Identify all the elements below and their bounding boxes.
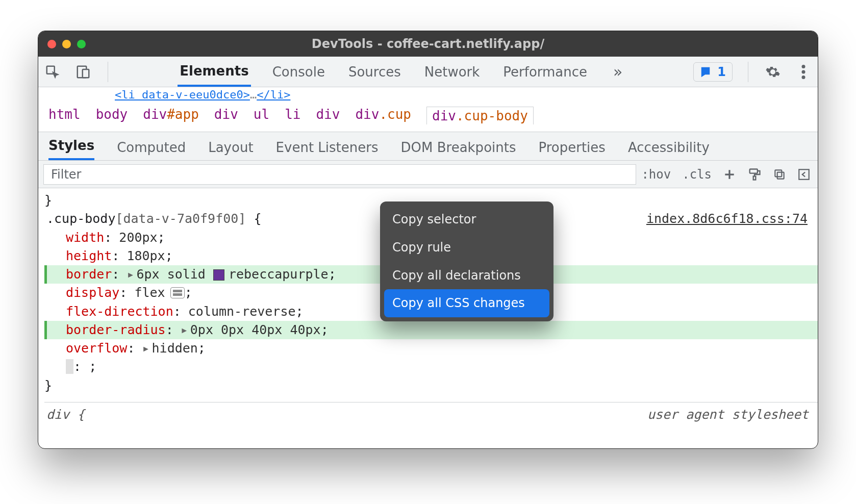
decl-value[interactable]: ▸0px 0px 40px 40px	[181, 321, 321, 339]
kebab-menu-icon[interactable]	[794, 63, 813, 81]
tab-console[interactable]: Console	[270, 57, 327, 87]
ua-selector[interactable]: div {	[46, 406, 85, 424]
crumb-html[interactable]: html	[48, 107, 81, 124]
close-window-button[interactable]	[47, 40, 56, 48]
crumb-div[interactable]: div	[214, 107, 238, 124]
svg-rect-8	[777, 172, 784, 179]
svg-rect-7	[753, 176, 756, 180]
issues-count: 1	[717, 65, 726, 79]
crumb-app[interactable]: div#app	[143, 107, 199, 124]
svg-rect-2	[83, 69, 89, 78]
decl-prop[interactable]: display	[66, 284, 119, 302]
color-swatch[interactable]	[213, 269, 224, 281]
filter-actions: :hov .cls	[641, 167, 811, 182]
ua-label: user agent stylesheet	[647, 406, 809, 424]
svg-rect-9	[775, 170, 782, 177]
rule-close-brace: }	[44, 376, 818, 395]
window-title: DevTools - coffee-cart.netlify.app/	[38, 37, 818, 51]
ctx-copy-all-css-changes[interactable]: Copy all CSS changes	[384, 289, 549, 317]
svg-point-5	[802, 75, 805, 79]
rule-source-link[interactable]: index.8d6c6f18.css:74	[646, 210, 808, 228]
subtab-event-listeners[interactable]: Event Listeners	[276, 135, 379, 160]
dom-snippet: <li data-v-eeu0dce0> … </li>	[38, 87, 818, 102]
subtab-dom-breakpoints[interactable]: DOM Breakpoints	[401, 135, 516, 160]
breadcrumb: html body div#app div ul li div div.cup …	[38, 102, 818, 132]
computed-toggle-icon[interactable]	[797, 168, 811, 181]
tab-sources[interactable]: Sources	[346, 57, 403, 87]
declaration-row[interactable]: overflow:▸hidden;	[66, 339, 818, 358]
rule-attr-selector[interactable]: [data-v-7a0f9f00]	[115, 211, 246, 226]
decl-value[interactable]: flex	[134, 284, 165, 302]
subtab-computed[interactable]: Computed	[117, 135, 186, 160]
window-traffic-lights	[47, 40, 86, 48]
zoom-window-button[interactable]	[77, 40, 86, 48]
crumb-cup[interactable]: div.cup	[355, 107, 411, 124]
crumb-body[interactable]: body	[96, 107, 128, 124]
decl-prop[interactable]: width	[66, 229, 104, 247]
subtab-accessibility[interactable]: Accessibility	[628, 135, 710, 160]
filter-placeholder: Filter	[51, 167, 81, 182]
dom-snippet-close: </li>	[257, 88, 290, 101]
tab-network[interactable]: Network	[422, 57, 482, 87]
crumb-div2[interactable]: div	[316, 107, 340, 124]
device-toolbar-icon[interactable]	[74, 63, 92, 81]
context-menu: Copy selector Copy rule Copy all declara…	[380, 201, 553, 321]
decl-value[interactable]: ▸6px solid rebeccapurple	[127, 265, 328, 284]
copy-icon[interactable]	[773, 168, 786, 181]
hov-toggle[interactable]: :hov	[641, 167, 671, 182]
settings-icon[interactable]	[764, 63, 782, 81]
tab-elements[interactable]: Elements	[178, 57, 250, 87]
new-style-rule-icon[interactable]	[723, 168, 736, 181]
crumb-cup-body[interactable]: div.cup-body	[426, 107, 534, 124]
toolbar-separator	[748, 62, 748, 82]
panel-tabs: Elements Console Sources Network Perform…	[123, 57, 681, 87]
decl-prop[interactable]: border	[66, 265, 112, 284]
subtab-styles[interactable]: Styles	[48, 133, 94, 160]
styles-filter-bar: Filter :hov .cls	[38, 161, 818, 188]
decl-value[interactable]: column-reverse	[188, 303, 296, 321]
styles-code: } .cup-body[data-v-7a0f9f00] { index.8d6…	[38, 188, 818, 448]
decl-value[interactable]: ▸hidden	[142, 339, 197, 358]
tab-performance[interactable]: Performance	[501, 57, 589, 87]
crumb-li[interactable]: li	[285, 107, 300, 124]
decl-prop[interactable]: border-radius	[66, 321, 166, 339]
flexbox-editor-icon[interactable]	[170, 287, 185, 298]
styles-subtabs: Styles Computed Layout Event Listeners D…	[38, 132, 818, 161]
paint-icon[interactable]	[747, 167, 762, 182]
rule-selector[interactable]: .cup-body	[46, 211, 115, 226]
titlebar: DevTools - coffee-cart.netlify.app/	[38, 31, 818, 57]
subtab-properties[interactable]: Properties	[538, 135, 605, 160]
cls-toggle[interactable]: .cls	[682, 167, 712, 182]
decl-prop[interactable]: overflow	[66, 339, 127, 358]
decl-value[interactable]: 180px	[127, 247, 165, 265]
toolbar-separator	[108, 62, 108, 82]
new-declaration[interactable]: : ;	[44, 358, 818, 376]
filter-input[interactable]: Filter	[43, 164, 636, 185]
crumb-ul[interactable]: ul	[254, 107, 269, 124]
more-tabs-icon[interactable]: »	[609, 63, 627, 81]
ctx-copy-selector[interactable]: Copy selector	[384, 206, 549, 234]
svg-rect-10	[799, 169, 809, 180]
ctx-copy-all-declarations[interactable]: Copy all declarations	[384, 262, 549, 290]
inspect-icon[interactable]	[43, 63, 62, 81]
subtab-layout[interactable]: Layout	[208, 135, 253, 160]
dom-snippet-open: <li data-v-eeu0dce0>	[115, 88, 250, 101]
main-toolbar: Elements Console Sources Network Perform…	[38, 57, 818, 87]
minimize-window-button[interactable]	[62, 40, 71, 48]
devtools-window: DevTools - coffee-cart.netlify.app/ Elem…	[38, 31, 818, 449]
declaration-row[interactable]: border-radius:▸0px 0px 40px 40px;	[44, 321, 818, 339]
svg-point-4	[802, 70, 805, 73]
issues-counter[interactable]: 1	[693, 62, 733, 82]
ua-rule: div { user agent stylesheet	[44, 402, 818, 426]
decl-prop[interactable]: flex-direction	[66, 303, 173, 321]
svg-rect-6	[750, 169, 758, 173]
decl-prop[interactable]: height	[66, 247, 112, 265]
decl-value[interactable]: 200px	[119, 229, 157, 247]
svg-point-3	[802, 65, 805, 68]
ctx-copy-rule[interactable]: Copy rule	[384, 234, 549, 262]
